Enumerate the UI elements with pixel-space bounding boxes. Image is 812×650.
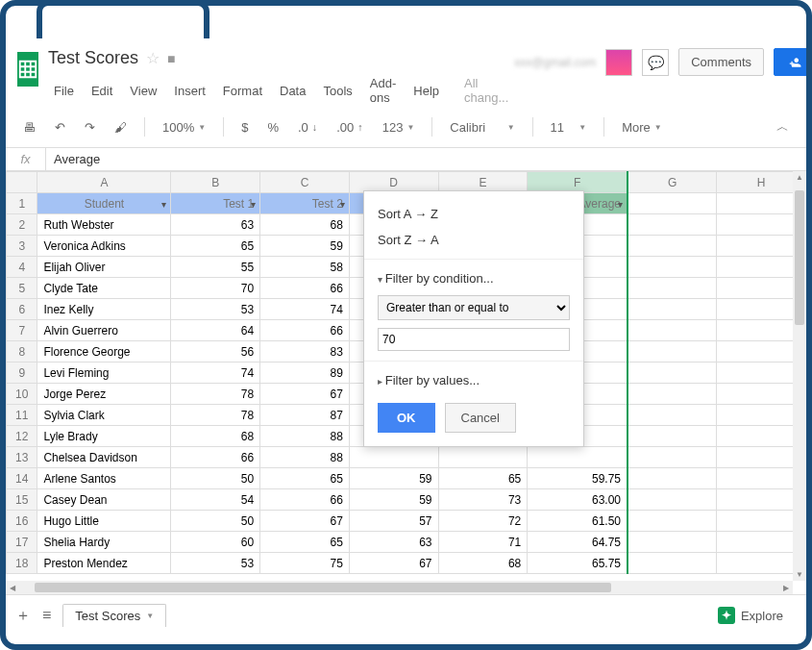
cell[interactable] bbox=[438, 447, 528, 468]
cell[interactable]: 64.75 bbox=[528, 532, 627, 553]
sheet-tab[interactable]: Test Scores ▼ bbox=[62, 604, 166, 627]
cell[interactable]: 64 bbox=[171, 320, 260, 341]
cell[interactable]: 60 bbox=[171, 532, 260, 553]
row-number[interactable]: 9 bbox=[7, 362, 37, 384]
cell[interactable] bbox=[627, 532, 717, 553]
filter-icon[interactable]: ▾ bbox=[618, 198, 623, 209]
cell[interactable]: 83 bbox=[260, 341, 350, 362]
cell[interactable] bbox=[627, 278, 717, 299]
cell[interactable]: Preston Mendez bbox=[37, 553, 171, 574]
cell[interactable]: Arlene Santos bbox=[37, 468, 171, 489]
cell[interactable]: 58 bbox=[260, 257, 350, 278]
cell[interactable]: 66 bbox=[260, 278, 350, 299]
cell[interactable]: Shelia Hardy bbox=[37, 532, 171, 553]
sheets-logo[interactable] bbox=[17, 52, 38, 87]
cell[interactable] bbox=[627, 426, 717, 447]
cell[interactable] bbox=[627, 236, 717, 257]
sort-az[interactable]: Sort A → Z bbox=[364, 201, 583, 227]
scroll-left-icon[interactable]: ◀ bbox=[8, 581, 17, 594]
row-number[interactable]: 16 bbox=[7, 511, 37, 532]
cell[interactable] bbox=[627, 320, 717, 341]
zoom-select[interactable]: 100%▼ bbox=[157, 116, 211, 138]
cell[interactable]: 68 bbox=[171, 426, 260, 447]
row-number[interactable]: 10 bbox=[7, 384, 37, 405]
sort-za[interactable]: Sort Z → A bbox=[364, 227, 583, 253]
menu-view[interactable]: View bbox=[124, 82, 162, 100]
cell[interactable]: 65 bbox=[260, 468, 350, 489]
cell[interactable]: 87 bbox=[260, 405, 350, 426]
all-sheets-button[interactable]: ≡ bbox=[42, 607, 51, 624]
cell[interactable]: 55 bbox=[171, 257, 260, 278]
chat-icon[interactable]: 💬 bbox=[642, 49, 669, 76]
menu-data[interactable]: Data bbox=[274, 82, 311, 100]
row-number[interactable]: 18 bbox=[7, 553, 37, 574]
cell[interactable] bbox=[627, 489, 717, 511]
cell[interactable] bbox=[627, 299, 717, 320]
chevron-down-icon[interactable]: ▼ bbox=[146, 612, 154, 620]
cell[interactable] bbox=[349, 447, 438, 468]
cell[interactable] bbox=[627, 553, 717, 574]
cell[interactable]: Jorge Perez bbox=[37, 384, 171, 405]
cell[interactable]: 67 bbox=[260, 511, 350, 532]
row-number[interactable]: 3 bbox=[7, 236, 37, 257]
cell[interactable]: Lyle Brady bbox=[37, 426, 171, 447]
col-header-b[interactable]: B bbox=[171, 172, 260, 193]
cell[interactable]: 63 bbox=[349, 532, 438, 553]
cell[interactable]: 65 bbox=[438, 468, 528, 489]
cell[interactable]: 57 bbox=[349, 511, 438, 532]
cell[interactable]: 74 bbox=[260, 299, 350, 320]
scroll-up-icon[interactable]: ▲ bbox=[793, 173, 806, 182]
paint-format-icon[interactable]: 🖌 bbox=[109, 116, 133, 138]
comments-button[interactable]: Comments bbox=[678, 48, 764, 76]
horizontal-scrollbar[interactable]: ◀ ▶ bbox=[6, 581, 793, 594]
cell[interactable]: 68 bbox=[438, 553, 528, 574]
document-title[interactable]: Test Scores bbox=[48, 48, 138, 68]
cell[interactable]: 74 bbox=[171, 362, 260, 384]
browser-tab[interactable] bbox=[37, 0, 209, 38]
cell[interactable]: 73 bbox=[438, 489, 528, 511]
row-number[interactable]: 4 bbox=[7, 257, 37, 278]
cell[interactable]: 59 bbox=[349, 489, 438, 511]
cell[interactable] bbox=[627, 193, 717, 214]
more-button[interactable]: More▼ bbox=[616, 116, 668, 138]
folder-icon[interactable]: ■ bbox=[167, 51, 175, 66]
cell[interactable]: Levi Fleming bbox=[37, 362, 171, 384]
row-number[interactable]: 6 bbox=[7, 299, 37, 320]
row-number[interactable]: 5 bbox=[7, 278, 37, 299]
cell[interactable]: Sylvia Clark bbox=[37, 405, 171, 426]
collapse-toolbar-icon[interactable]: ︿ bbox=[771, 114, 795, 139]
decrease-decimal-button[interactable]: .0↓ bbox=[292, 116, 323, 138]
scroll-thumb[interactable] bbox=[795, 190, 804, 325]
number-format-select[interactable]: 123▼ bbox=[377, 116, 421, 138]
scroll-right-icon[interactable]: ▶ bbox=[781, 581, 791, 594]
cell[interactable]: 59 bbox=[349, 468, 438, 489]
cell[interactable]: 56 bbox=[171, 341, 260, 362]
cell[interactable] bbox=[627, 405, 717, 426]
row-number[interactable]: 17 bbox=[7, 532, 37, 553]
cell[interactable]: 50 bbox=[171, 468, 260, 489]
redo-icon[interactable]: ↷ bbox=[79, 116, 101, 138]
filter-icon[interactable]: ▾ bbox=[340, 198, 345, 209]
cell[interactable]: Casey Dean bbox=[37, 489, 171, 511]
cell[interactable]: 65.75 bbox=[528, 553, 627, 574]
menu-format[interactable]: Format bbox=[217, 82, 268, 100]
col-header-a[interactable]: A bbox=[37, 172, 171, 193]
cell[interactable]: 72 bbox=[438, 511, 528, 532]
cell[interactable]: 67 bbox=[260, 384, 350, 405]
cell[interactable]: 67 bbox=[349, 553, 438, 574]
row-number[interactable]: 11 bbox=[7, 405, 37, 426]
cell[interactable]: 59.75 bbox=[528, 468, 627, 489]
row-number[interactable]: 14 bbox=[7, 468, 37, 489]
cell[interactable]: 68 bbox=[260, 214, 350, 236]
cell[interactable]: 70 bbox=[171, 278, 260, 299]
explore-button[interactable]: ✦ Explore bbox=[704, 601, 797, 630]
cell[interactable] bbox=[627, 447, 717, 468]
row-number-1[interactable]: 1 bbox=[7, 193, 37, 214]
cell[interactable]: 65 bbox=[171, 236, 260, 257]
scroll-down-icon[interactable]: ▼ bbox=[793, 570, 806, 579]
cell[interactable]: 78 bbox=[171, 405, 260, 426]
row-number[interactable]: 8 bbox=[7, 341, 37, 362]
col-header-g[interactable]: G bbox=[627, 172, 717, 193]
menu-addons[interactable]: Add-ons bbox=[364, 74, 402, 107]
avatar[interactable] bbox=[605, 49, 632, 76]
